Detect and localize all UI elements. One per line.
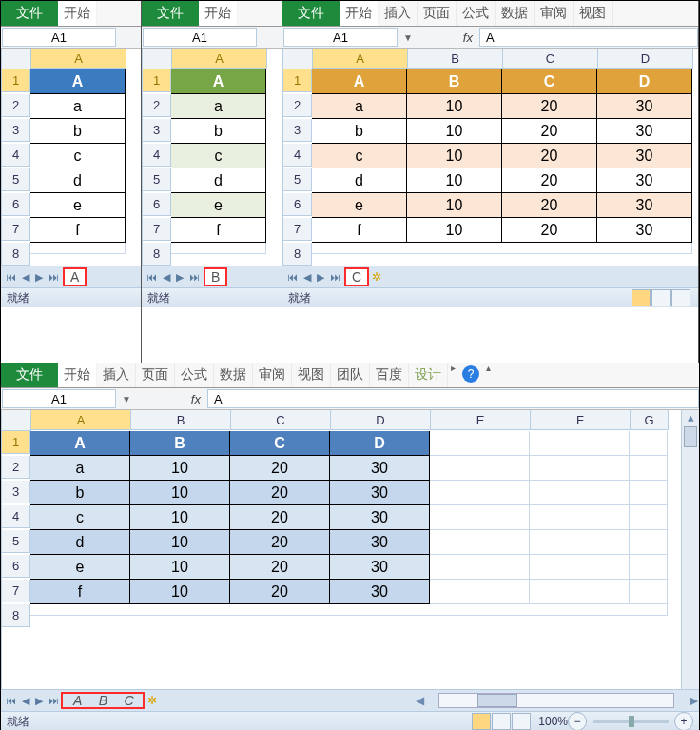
row-header[interactable]: 4	[283, 144, 312, 167]
cell[interactable]	[630, 456, 668, 481]
tab-data[interactable]: 数据	[214, 363, 253, 387]
cell[interactable]	[430, 505, 530, 530]
row-header[interactable]: 8	[143, 243, 171, 266]
col-header[interactable]: A	[31, 410, 131, 430]
prev-sheet-button[interactable]: ◀	[160, 271, 173, 284]
cell[interactable]: 10	[407, 168, 502, 193]
cell[interactable]	[312, 243, 692, 254]
name-box-dropdown[interactable]: ▼	[398, 32, 418, 43]
cell[interactable]: A	[312, 69, 407, 94]
sheet-tab-c[interactable]: C	[345, 268, 368, 286]
cell[interactable]	[171, 243, 266, 254]
cell[interactable]: 10	[130, 505, 230, 530]
cell[interactable]: 30	[597, 193, 692, 218]
name-box[interactable]: A1	[2, 389, 116, 408]
row-header[interactable]: 1	[283, 69, 312, 92]
cell[interactable]: c	[312, 144, 407, 168]
cell[interactable]: b	[312, 119, 407, 144]
cell[interactable]: B	[407, 69, 502, 94]
tab-design[interactable]: 设计	[409, 363, 448, 387]
view-page-button[interactable]	[492, 713, 511, 730]
col-header[interactable]: B	[131, 410, 231, 430]
last-sheet-button[interactable]: ⏭	[46, 695, 62, 706]
cell[interactable]: b	[30, 119, 126, 144]
cell[interactable]: 20	[230, 481, 330, 505]
zoom-in-button[interactable]: +	[674, 712, 693, 730]
cell[interactable]: C	[502, 69, 597, 94]
ribbon-overflow-icon[interactable]: ▸	[448, 363, 458, 387]
tab-home[interactable]: 开始	[199, 1, 238, 26]
cell[interactable]: D	[330, 431, 430, 456]
cell[interactable]	[630, 505, 668, 530]
cell[interactable]: f	[30, 218, 126, 243]
sheet-tab-b[interactable]: B	[204, 268, 226, 286]
name-box[interactable]: A1	[143, 28, 257, 47]
row-header[interactable]: 4	[143, 144, 171, 167]
cell[interactable]: 20	[502, 218, 597, 243]
row-header[interactable]: 3	[283, 119, 312, 142]
cell[interactable]: 20	[230, 530, 330, 555]
tab-formula[interactable]: 公式	[457, 1, 496, 26]
cell[interactable]: a	[312, 94, 407, 119]
sheet-tab-a[interactable]: A	[64, 268, 86, 286]
row-header[interactable]: 7	[2, 580, 30, 602]
row-header[interactable]: 8	[2, 243, 30, 266]
cell[interactable]: b	[30, 481, 130, 505]
cell[interactable]: c	[30, 505, 130, 530]
cell[interactable]	[430, 530, 530, 555]
view-normal-button[interactable]	[632, 289, 651, 306]
last-sheet-button[interactable]: ⏭	[327, 271, 343, 283]
cell[interactable]: d	[30, 530, 130, 555]
cell[interactable]	[530, 555, 630, 580]
cell[interactable]: 10	[407, 94, 502, 119]
row-header[interactable]: 3	[143, 119, 171, 142]
cell[interactable]: a	[30, 456, 130, 481]
first-sheet-button[interactable]: ⏮	[3, 695, 19, 706]
col-header[interactable]: F	[531, 410, 631, 430]
cell[interactable]: 20	[502, 168, 597, 193]
cell[interactable]: A	[30, 69, 126, 94]
tab-home[interactable]: 开始	[340, 1, 379, 26]
sheet-tab-a[interactable]: A	[68, 693, 88, 708]
cell[interactable]: 20	[502, 94, 597, 119]
cell[interactable]: c	[171, 144, 266, 168]
cell[interactable]: 10	[407, 218, 502, 243]
cell[interactable]: C	[230, 431, 330, 456]
view-break-button[interactable]	[671, 289, 690, 306]
row-header[interactable]: 2	[2, 94, 30, 117]
cell[interactable]: 30	[330, 505, 430, 530]
cell[interactable]	[30, 604, 668, 616]
row-header[interactable]: 5	[2, 530, 30, 553]
row-header[interactable]: 8	[2, 604, 30, 627]
row-header[interactable]: 6	[283, 193, 312, 216]
prev-sheet-button[interactable]: ◀	[19, 695, 32, 707]
prev-sheet-button[interactable]: ◀	[19, 271, 32, 284]
cell[interactable]: e	[171, 193, 266, 218]
tab-home[interactable]: 开始	[58, 1, 97, 26]
cell[interactable]: 30	[330, 530, 430, 555]
cell[interactable]: f	[171, 218, 266, 243]
name-box[interactable]: A1	[283, 28, 398, 47]
row-header[interactable]: 2	[2, 456, 30, 479]
cell[interactable]: 10	[130, 481, 230, 505]
cell[interactable]: B	[130, 431, 230, 456]
cell[interactable]: 10	[130, 580, 230, 604]
col-header[interactable]: E	[431, 410, 531, 430]
cell[interactable]: 30	[597, 94, 692, 119]
cell[interactable]: 20	[230, 555, 330, 580]
view-break-button[interactable]	[512, 713, 531, 730]
row-header[interactable]: 5	[283, 168, 312, 191]
col-header[interactable]: B	[408, 49, 503, 69]
tab-team[interactable]: 团队	[331, 363, 370, 387]
first-sheet-button[interactable]: ⏮	[3, 271, 19, 283]
row-header[interactable]: 5	[2, 168, 30, 191]
tab-view[interactable]: 视图	[292, 363, 331, 387]
file-tab[interactable]: 文件	[282, 1, 340, 26]
next-sheet-button[interactable]: ▶	[173, 271, 186, 284]
tab-insert[interactable]: 插入	[379, 1, 418, 26]
cell[interactable]: f	[30, 580, 130, 604]
formula-input[interactable]: A	[479, 28, 698, 47]
row-header[interactable]: 1	[143, 69, 171, 92]
row-header[interactable]: 7	[283, 218, 312, 241]
new-sheet-icon[interactable]: ✲	[147, 694, 157, 707]
